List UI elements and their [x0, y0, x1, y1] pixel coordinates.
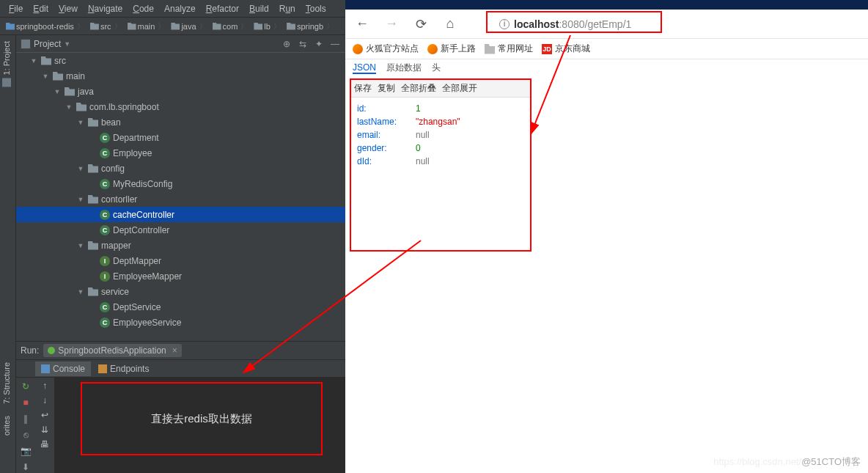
forward-button[interactable]: →	[382, 15, 401, 34]
collapse-icon[interactable]: ⇆	[297, 38, 309, 50]
menu-view[interactable]: View	[54, 2, 82, 15]
tree-item-Employee[interactable]: CEmployee	[16, 145, 345, 161]
json-copy[interactable]: 复制	[378, 82, 395, 95]
breadcrumb[interactable]: springb	[284, 21, 336, 32]
tree-item-cacheController[interactable]: CcacheController	[16, 207, 345, 222]
home-button[interactable]: ⌂	[441, 15, 460, 34]
tree-item-service[interactable]: ▼service	[16, 284, 345, 299]
browser-window: ← → ⟳ ⌂ i localhost:8080/getEmp/1 火狐官方站点…	[345, 0, 868, 473]
tree-item-label: src	[54, 56, 66, 66]
menu-bar: FFileile Edit View Navigate Code Analyze…	[0, 0, 345, 18]
tree-item-label: service	[101, 287, 129, 297]
tree-item-label: Department	[113, 133, 159, 143]
tree-item-src[interactable]: ▼src	[16, 53, 345, 68]
tab-headers[interactable]: 头	[432, 62, 441, 74]
menu-code[interactable]: Code	[128, 2, 158, 15]
tree-item-EmployeeMapper[interactable]: IEmployeeMapper	[16, 268, 345, 284]
tree-item-mapper[interactable]: ▼mapper	[16, 238, 345, 253]
tree-item-label: DeptController	[113, 225, 169, 235]
breadcrumb[interactable]: lb	[251, 21, 284, 32]
tree-item-DeptMapper[interactable]: IDeptMapper	[16, 253, 345, 268]
hide-icon[interactable]: —	[329, 38, 341, 50]
back-button[interactable]: ←	[353, 15, 372, 34]
tree-item-label: java	[78, 87, 94, 97]
info-icon[interactable]: i	[499, 19, 510, 29]
tree-item-label: cacheController	[113, 210, 174, 220]
locate-icon[interactable]: ⊕	[281, 38, 293, 50]
rerun-icon[interactable]: ↻	[20, 381, 32, 392]
project-view-selector[interactable]: Project ▼	[21, 39, 70, 49]
tree-item-EmployeeService[interactable]: CEmployeeService	[16, 315, 345, 330]
gear-icon[interactable]: ✦	[313, 38, 325, 50]
download-icon[interactable]: ⬇	[20, 461, 32, 473]
sidebar-tab-favorites[interactable]: orites	[0, 410, 13, 441]
bookmark-firefox[interactable]: 火狐官方站点	[353, 43, 419, 55]
tree-item-java[interactable]: ▼java	[16, 84, 345, 99]
tree-item-main[interactable]: ▼main	[16, 68, 345, 84]
tab-raw[interactable]: 原始数据	[386, 62, 422, 74]
print-icon[interactable]: 🖶	[40, 439, 49, 450]
stop-icon[interactable]: ■	[20, 397, 32, 408]
menu-navigate[interactable]: Navigate	[84, 2, 127, 15]
project-tree[interactable]: ▼src▼main▼java▼com.lb.springboot▼beanCDe…	[16, 53, 345, 341]
run-tool-window: Run: SpringbootRedisApplication × Consol…	[16, 341, 345, 473]
breadcrumb[interactable]: main	[125, 21, 169, 32]
tree-item-com-lb-springboot[interactable]: ▼com.lb.springboot	[16, 99, 345, 114]
tree-item-MyRedisConfig[interactable]: CMyRedisConfig	[16, 176, 345, 191]
run-config-tab[interactable]: SpringbootRedisApplication ×	[43, 344, 181, 357]
breadcrumb-root[interactable]: springboot-redis	[3, 21, 87, 32]
tree-item-label: MyRedisConfig	[113, 179, 172, 189]
firefox-icon	[353, 44, 363, 54]
bookmark-common[interactable]: 常用网址	[485, 43, 533, 55]
tree-item-label: EmployeeMapper	[113, 271, 182, 282]
up-icon[interactable]: ↑	[43, 381, 47, 391]
pause-icon[interactable]: ‖	[20, 413, 32, 425]
folder-icon	[41, 56, 51, 65]
dump-icon[interactable]: 📷	[20, 445, 32, 457]
sidebar-tab-project[interactable]: 1: Project	[0, 35, 13, 92]
json-content[interactable]: id:1 lastName:"zhangsan" email:null gend…	[351, 98, 530, 172]
down-icon[interactable]: ↓	[43, 395, 47, 406]
tab-json[interactable]: JSON	[353, 62, 376, 74]
bookmark-newbie[interactable]: 新手上路	[427, 43, 476, 55]
ide-window: FFileile Edit View Navigate Code Analyze…	[0, 0, 345, 473]
sidebar-tab-structure[interactable]: 7: Structure	[0, 356, 13, 410]
reload-button[interactable]: ⟳	[411, 15, 430, 34]
watermark: https://blog.csdn.net/@51CTO博客	[713, 455, 861, 469]
url-input[interactable]: i localhost:8080/getEmp/1	[470, 18, 661, 30]
json-collapse-all[interactable]: 全部折叠	[401, 82, 436, 95]
menu-file[interactable]: FFileile	[4, 2, 27, 15]
scroll-icon[interactable]: ⇊	[41, 425, 48, 435]
exit-icon[interactable]: ⎋	[20, 429, 32, 441]
menu-edit[interactable]: Edit	[29, 2, 53, 15]
console-output[interactable]: 直接去redis取出数据	[54, 378, 345, 473]
class-icon: C	[100, 179, 110, 189]
console-icon	[41, 364, 50, 373]
breadcrumb[interactable]: src	[87, 21, 125, 32]
menu-refactor[interactable]: Refactor	[202, 2, 243, 15]
breadcrumb[interactable]: java	[168, 21, 209, 32]
menu-build[interactable]: Build	[245, 2, 273, 15]
wrap-icon[interactable]: ↩	[41, 410, 48, 420]
firefox-icon	[427, 44, 438, 54]
tree-item-contorller[interactable]: ▼contorller	[16, 191, 345, 207]
run-header: Run: SpringbootRedisApplication ×	[16, 341, 345, 360]
tab-console[interactable]: Console	[35, 362, 91, 376]
menu-run[interactable]: Run	[275, 2, 300, 15]
tree-item-bean[interactable]: ▼bean	[16, 114, 345, 130]
tree-item-Department[interactable]: CDepartment	[16, 130, 345, 145]
tree-item-DeptService[interactable]: CDeptService	[16, 299, 345, 315]
breadcrumb[interactable]: com	[210, 21, 251, 32]
json-expand-all[interactable]: 全部展开	[442, 82, 477, 95]
tab-endpoints[interactable]: Endpoints	[92, 362, 155, 376]
tree-item-label: config	[101, 164, 125, 174]
bookmark-jd[interactable]: JD京东商城	[542, 43, 590, 55]
tree-item-config[interactable]: ▼config	[16, 161, 345, 176]
browser-titlebar-strip	[345, 0, 868, 10]
menu-analyze[interactable]: Analyze	[160, 2, 200, 15]
console-action-bar: ↑ ↓ ↩ ⇊ 🖶	[35, 378, 54, 473]
tree-item-DeptController[interactable]: CDeptController	[16, 222, 345, 238]
json-save[interactable]: 保存	[354, 82, 372, 95]
menu-tools[interactable]: Tools	[301, 2, 331, 15]
class-icon: C	[100, 210, 110, 220]
